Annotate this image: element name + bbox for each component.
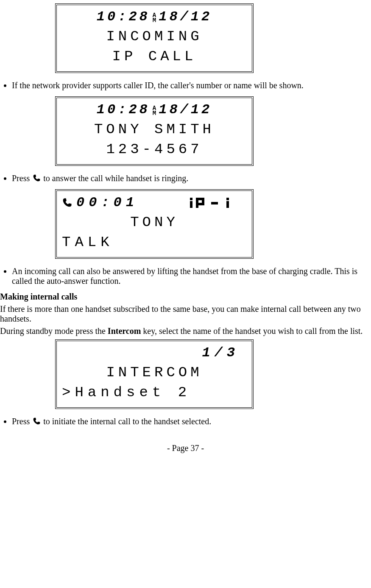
lcd-time-row: 10:28 A M 18/12 [61, 8, 248, 27]
lcd-display-talking: 00:01 TONY TALK [55, 189, 254, 259]
lcd-menu-item: >Handset 2 [61, 383, 248, 403]
svg-rect-8 [226, 201, 229, 208]
para-internal-2: During standby mode press the Intercom k… [0, 326, 371, 336]
intercom-key-label: Intercom [108, 326, 141, 336]
lcd-caller-name: TONY SMITH [61, 120, 248, 140]
svg-rect-1 [190, 201, 192, 208]
lcd-ampm: A M [153, 13, 156, 23]
bullet-press-answer: Press to answer the call while handset i… [12, 174, 371, 183]
lcd-date: 18/12 [159, 8, 212, 27]
lcd-time: 10:28 [97, 101, 150, 120]
lcd-display-caller-id: 10:28 A M 18/12 TONY SMITH 123-4567 [55, 96, 254, 166]
bullet-auto-answer: An incoming call can also be answered by… [12, 266, 371, 286]
svg-rect-3 [198, 198, 204, 200]
talk-key-icon [32, 417, 41, 426]
lcd-caller-name: TONY [61, 213, 248, 233]
bullet-press-initiate: Press to initiate the internal call to t… [12, 417, 371, 426]
heading-internal-calls: Making internal calls [0, 292, 371, 302]
lcd-line3: IP CALL [61, 47, 248, 67]
lcd-line2: INCOMING [61, 27, 248, 47]
lcd-elapsed: 00:01 [76, 193, 138, 213]
svg-rect-7 [226, 198, 229, 200]
lcd-time-row: 10:28 A M 18/12 [61, 101, 248, 120]
svg-rect-2 [196, 198, 198, 208]
lcd-caller-number: 123-4567 [61, 140, 248, 160]
lcd-counter: 1/3 [61, 344, 248, 363]
talk-key-icon [32, 174, 41, 183]
svg-rect-6 [211, 202, 218, 204]
svg-rect-0 [190, 198, 192, 200]
lcd-status-row: 00:01 [61, 193, 248, 213]
off-hook-icon [61, 197, 73, 209]
lcd-ampm: A M [153, 106, 156, 116]
ip-indicator-icon [188, 195, 248, 210]
svg-rect-4 [202, 200, 204, 203]
lcd-date: 18/12 [159, 101, 212, 120]
lcd-display-incoming: 10:28 A M 18/12 INCOMING IP CALL [55, 3, 254, 73]
lcd-display-intercom: 1/3 INTERCOM >Handset 2 [55, 339, 254, 409]
page-footer: - Page 37 - [0, 443, 371, 453]
lcd-time: 10:28 [97, 8, 150, 27]
para-internal-1: If there is more than one handset subscr… [0, 304, 371, 324]
bullet-caller-id: If the network provider supports caller … [12, 81, 371, 90]
lcd-status: TALK [61, 232, 248, 253]
svg-rect-5 [198, 203, 204, 205]
lcd-menu-title: INTERCOM [61, 363, 248, 383]
